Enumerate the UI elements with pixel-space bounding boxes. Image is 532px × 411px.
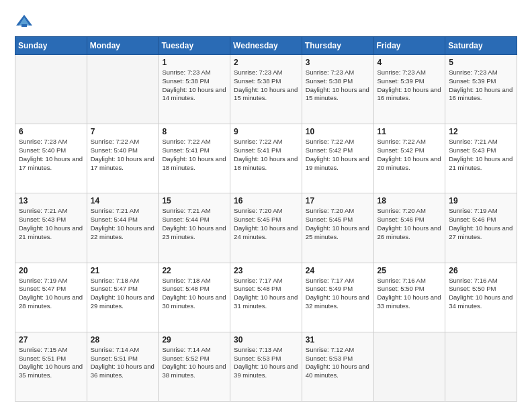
- calendar-cell: 28Sunrise: 7:14 AM Sunset: 5:51 PM Dayli…: [87, 332, 159, 401]
- calendar-cell: 18Sunrise: 7:20 AM Sunset: 5:46 PM Dayli…: [373, 193, 445, 263]
- week-row-4: 20Sunrise: 7:19 AM Sunset: 5:47 PM Dayli…: [15, 263, 517, 332]
- calendar-cell: 15Sunrise: 7:21 AM Sunset: 5:44 PM Dayli…: [159, 193, 230, 263]
- logo: [15, 12, 36, 31]
- day-number: 21: [91, 266, 155, 275]
- calendar-cell: 4Sunrise: 7:23 AM Sunset: 5:39 PM Daylig…: [373, 55, 445, 124]
- weekday-header-friday: Friday: [373, 37, 445, 55]
- page: SundayMondayTuesdayWednesdayThursdayFrid…: [0, 0, 532, 411]
- day-info: Sunrise: 7:20 AM Sunset: 5:46 PM Dayligh…: [378, 207, 442, 241]
- day-info: Sunrise: 7:16 AM Sunset: 5:50 PM Dayligh…: [378, 277, 442, 311]
- day-info: Sunrise: 7:22 AM Sunset: 5:42 PM Dayligh…: [378, 138, 442, 172]
- day-info: Sunrise: 7:21 AM Sunset: 5:43 PM Dayligh…: [19, 207, 83, 241]
- day-info: Sunrise: 7:22 AM Sunset: 5:40 PM Dayligh…: [91, 138, 155, 172]
- calendar-header: SundayMondayTuesdayWednesdayThursdayFrid…: [15, 37, 517, 55]
- calendar-cell: 16Sunrise: 7:20 AM Sunset: 5:45 PM Dayli…: [230, 193, 302, 263]
- calendar-cell: 12Sunrise: 7:21 AM Sunset: 5:43 PM Dayli…: [445, 124, 517, 193]
- day-number: 10: [306, 127, 370, 136]
- day-number: 13: [19, 196, 83, 205]
- logo-icon: [15, 12, 34, 31]
- day-number: 18: [378, 196, 442, 205]
- weekday-header-thursday: Thursday: [302, 37, 373, 55]
- week-row-2: 6Sunrise: 7:23 AM Sunset: 5:40 PM Daylig…: [15, 124, 517, 193]
- day-info: Sunrise: 7:14 AM Sunset: 5:52 PM Dayligh…: [162, 346, 226, 380]
- calendar-cell: [445, 332, 517, 401]
- day-number: 12: [449, 127, 513, 136]
- calendar-cell: 3Sunrise: 7:23 AM Sunset: 5:38 PM Daylig…: [302, 55, 373, 124]
- day-number: 28: [91, 335, 155, 345]
- calendar-cell: 27Sunrise: 7:15 AM Sunset: 5:51 PM Dayli…: [15, 332, 87, 401]
- day-number: 4: [378, 58, 442, 67]
- calendar-body: 1Sunrise: 7:23 AM Sunset: 5:38 PM Daylig…: [15, 55, 517, 402]
- week-row-3: 13Sunrise: 7:21 AM Sunset: 5:43 PM Dayli…: [15, 193, 517, 263]
- day-info: Sunrise: 7:17 AM Sunset: 5:49 PM Dayligh…: [306, 277, 370, 311]
- calendar-cell: [87, 55, 159, 124]
- calendar-cell: 20Sunrise: 7:19 AM Sunset: 5:47 PM Dayli…: [15, 263, 87, 332]
- day-number: 22: [162, 266, 226, 275]
- day-number: 3: [306, 58, 370, 67]
- week-row-1: 1Sunrise: 7:23 AM Sunset: 5:38 PM Daylig…: [15, 55, 517, 124]
- calendar-cell: [15, 55, 87, 124]
- day-number: 6: [19, 127, 83, 136]
- day-info: Sunrise: 7:21 AM Sunset: 5:44 PM Dayligh…: [91, 207, 155, 241]
- calendar-cell: 17Sunrise: 7:20 AM Sunset: 5:45 PM Dayli…: [302, 193, 373, 263]
- day-number: 14: [91, 196, 155, 205]
- day-info: Sunrise: 7:16 AM Sunset: 5:50 PM Dayligh…: [449, 277, 513, 311]
- day-info: Sunrise: 7:23 AM Sunset: 5:39 PM Dayligh…: [378, 68, 442, 103]
- day-info: Sunrise: 7:23 AM Sunset: 5:40 PM Dayligh…: [19, 138, 83, 172]
- day-info: Sunrise: 7:19 AM Sunset: 5:46 PM Dayligh…: [449, 207, 513, 241]
- calendar-cell: 25Sunrise: 7:16 AM Sunset: 5:50 PM Dayli…: [373, 263, 445, 332]
- day-info: Sunrise: 7:12 AM Sunset: 5:53 PM Dayligh…: [306, 346, 370, 380]
- day-number: 11: [378, 127, 442, 136]
- calendar-cell: 21Sunrise: 7:18 AM Sunset: 5:47 PM Dayli…: [87, 263, 159, 332]
- weekday-header-monday: Monday: [87, 37, 159, 55]
- day-info: Sunrise: 7:20 AM Sunset: 5:45 PM Dayligh…: [306, 207, 370, 241]
- day-info: Sunrise: 7:14 AM Sunset: 5:51 PM Dayligh…: [91, 346, 155, 380]
- day-info: Sunrise: 7:23 AM Sunset: 5:38 PM Dayligh…: [306, 68, 370, 103]
- calendar-cell: 22Sunrise: 7:18 AM Sunset: 5:48 PM Dayli…: [159, 263, 230, 332]
- day-info: Sunrise: 7:18 AM Sunset: 5:47 PM Dayligh…: [91, 277, 155, 311]
- day-info: Sunrise: 7:22 AM Sunset: 5:41 PM Dayligh…: [234, 138, 298, 172]
- day-number: 29: [162, 335, 226, 345]
- calendar-cell: 2Sunrise: 7:23 AM Sunset: 5:38 PM Daylig…: [230, 55, 302, 124]
- calendar-cell: 9Sunrise: 7:22 AM Sunset: 5:41 PM Daylig…: [230, 124, 302, 193]
- day-number: 27: [19, 335, 83, 345]
- calendar-table: SundayMondayTuesdayWednesdayThursdayFrid…: [15, 36, 517, 402]
- day-info: Sunrise: 7:22 AM Sunset: 5:41 PM Dayligh…: [162, 138, 226, 172]
- calendar-cell: 26Sunrise: 7:16 AM Sunset: 5:50 PM Dayli…: [445, 263, 517, 332]
- calendar-cell: 1Sunrise: 7:23 AM Sunset: 5:38 PM Daylig…: [159, 55, 230, 124]
- calendar-cell: 23Sunrise: 7:17 AM Sunset: 5:48 PM Dayli…: [230, 263, 302, 332]
- day-info: Sunrise: 7:15 AM Sunset: 5:51 PM Dayligh…: [19, 346, 83, 380]
- day-number: 8: [162, 127, 226, 136]
- day-number: 9: [234, 127, 298, 136]
- calendar-cell: 7Sunrise: 7:22 AM Sunset: 5:40 PM Daylig…: [87, 124, 159, 193]
- calendar-cell: 5Sunrise: 7:23 AM Sunset: 5:39 PM Daylig…: [445, 55, 517, 124]
- day-number: 23: [234, 266, 298, 275]
- weekday-header-sunday: Sunday: [15, 37, 87, 55]
- day-info: Sunrise: 7:23 AM Sunset: 5:38 PM Dayligh…: [234, 68, 298, 103]
- day-number: 30: [234, 335, 298, 345]
- day-number: 17: [306, 196, 370, 205]
- calendar-cell: 13Sunrise: 7:21 AM Sunset: 5:43 PM Dayli…: [15, 193, 87, 263]
- calendar-cell: 11Sunrise: 7:22 AM Sunset: 5:42 PM Dayli…: [373, 124, 445, 193]
- day-info: Sunrise: 7:13 AM Sunset: 5:53 PM Dayligh…: [234, 346, 298, 380]
- day-number: 26: [449, 266, 513, 275]
- calendar-cell: 6Sunrise: 7:23 AM Sunset: 5:40 PM Daylig…: [15, 124, 87, 193]
- day-number: 15: [162, 196, 226, 205]
- weekday-header-wednesday: Wednesday: [230, 37, 302, 55]
- day-info: Sunrise: 7:21 AM Sunset: 5:44 PM Dayligh…: [162, 207, 226, 241]
- day-info: Sunrise: 7:18 AM Sunset: 5:48 PM Dayligh…: [162, 277, 226, 311]
- day-info: Sunrise: 7:21 AM Sunset: 5:43 PM Dayligh…: [449, 138, 513, 172]
- calendar-cell: 29Sunrise: 7:14 AM Sunset: 5:52 PM Dayli…: [159, 332, 230, 401]
- calendar-cell: 31Sunrise: 7:12 AM Sunset: 5:53 PM Dayli…: [302, 332, 373, 401]
- day-info: Sunrise: 7:19 AM Sunset: 5:47 PM Dayligh…: [19, 277, 83, 311]
- calendar-cell: 10Sunrise: 7:22 AM Sunset: 5:42 PM Dayli…: [302, 124, 373, 193]
- calendar-cell: [373, 332, 445, 401]
- day-number: 2: [234, 58, 298, 67]
- header: [15, 12, 517, 31]
- day-info: Sunrise: 7:22 AM Sunset: 5:42 PM Dayligh…: [306, 138, 370, 172]
- week-row-5: 27Sunrise: 7:15 AM Sunset: 5:51 PM Dayli…: [15, 332, 517, 401]
- day-number: 25: [378, 266, 442, 275]
- svg-rect-2: [21, 24, 27, 27]
- weekday-header-saturday: Saturday: [445, 37, 517, 55]
- day-number: 24: [306, 266, 370, 275]
